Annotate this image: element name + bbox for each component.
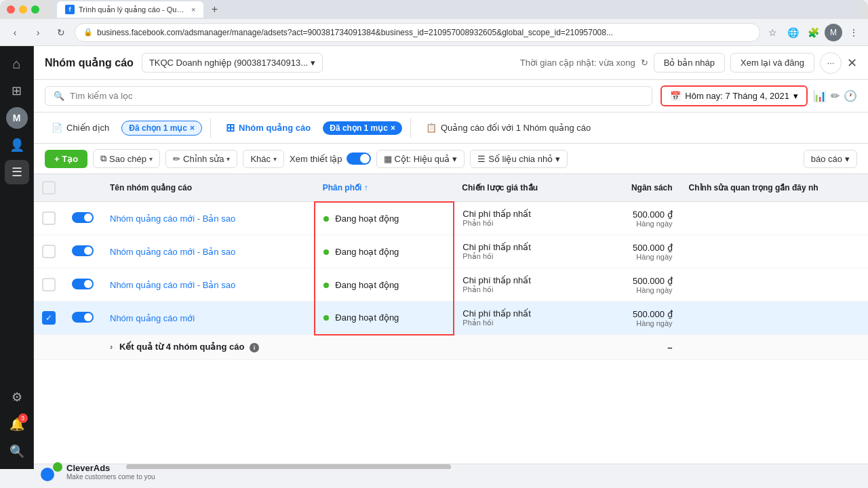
new-tab-button[interactable]: + (206, 1, 222, 18)
window-chrome: f Trình quản lý quảng cáo - Quả... × + (0, 0, 868, 19)
result-edit-cell (681, 335, 868, 360)
row3-checkbox-cell (34, 268, 64, 302)
row3-dist-cell: Đang hoạt động (315, 268, 454, 302)
ads-tab[interactable]: 📋 Quảng cáo đối với 1 Nhóm quảng cáo (419, 119, 597, 136)
result-label: Kết quả từ 4 nhóm quảng cáo (119, 342, 244, 352)
copy-icon: ⧉ (100, 153, 106, 164)
sidebar-avatar[interactable]: M (5, 106, 29, 130)
result-checkbox-cell (34, 335, 64, 360)
scroll-thumb[interactable] (126, 464, 451, 469)
row4-name-link[interactable]: Nhóm quảng cáo mới (110, 313, 195, 323)
campaign-tab[interactable]: 📄 Chiến dịch (45, 119, 116, 136)
adgroup-selected-badge[interactable]: Đã chọn 1 mục × (323, 121, 402, 135)
date-search-bar: 🔍 📅 Hôm nay: 7 Tháng 4, 2021 ▾ 📊 ✏ 🕐 (34, 80, 868, 113)
row2-strategy-cell: Chi phí thấp nhất Phản hồi (454, 235, 593, 268)
row4-status-dot (323, 315, 329, 321)
columns-button[interactable]: ▦ Cột: Hiệu quả ▾ (376, 150, 465, 168)
row1-checkbox-cell (34, 202, 64, 235)
report-button[interactable]: báo cáo ▾ (804, 150, 857, 168)
view-setup-switch[interactable] (347, 152, 371, 165)
copy-button[interactable]: ⧉ Sao chép ▾ (93, 149, 160, 168)
sidebar-bell[interactable]: 🔔 3 (5, 412, 29, 436)
th-strategy[interactable]: Chiến lược giá thầu (454, 174, 593, 202)
address-bar: ‹ › ↻ 🔒 business.facebook.com/adsmanager… (0, 19, 868, 46)
create-button[interactable]: + Tạo (45, 150, 87, 168)
browser-menu[interactable]: ⋮ (845, 24, 863, 41)
sidebar-home[interactable]: ⌂ (5, 52, 29, 76)
search-container: 🔍 (45, 86, 652, 106)
back-button[interactable]: ‹ (5, 23, 24, 42)
th-budget[interactable]: Ngân sách (593, 174, 681, 202)
ads-icon: 📋 (426, 123, 437, 133)
row2-checkbox[interactable] (42, 245, 56, 258)
url-bar[interactable]: 🔒 business.facebook.com/adsmanager/manag… (75, 23, 760, 42)
ads-label: Quảng cáo đối với 1 Nhóm quảng cáo (441, 123, 591, 133)
bookmark-icon[interactable]: ☆ (768, 27, 777, 38)
calendar-icon: 📅 (670, 91, 681, 101)
date-chevron-icon: ▾ (793, 91, 798, 101)
search-icon: 🔍 (54, 91, 64, 101)
forward-button[interactable]: › (28, 23, 47, 42)
select-all-checkbox[interactable] (42, 181, 56, 195)
maximize-button[interactable] (31, 5, 39, 14)
adgroup-tab[interactable]: ⊞ Nhóm quảng cáo (219, 118, 317, 138)
row3-name-link[interactable]: Nhóm quảng cáo mới - Bản sao (110, 280, 235, 290)
edit-icon[interactable]: ✏ (831, 89, 840, 102)
refresh-button[interactable]: ↻ (52, 23, 71, 42)
sidebar-apps[interactable]: ⊞ (5, 79, 29, 103)
row3-strategy-text: Chi phí thấp nhất (462, 275, 585, 285)
sidebar-search[interactable]: 🔍 (5, 439, 29, 464)
horizontal-scrollbar[interactable] (34, 464, 868, 469)
close-button[interactable] (7, 5, 15, 14)
row1-checkbox[interactable] (42, 211, 56, 225)
campaign-selected-badge[interactable]: Đã chọn 1 mục × (121, 121, 202, 136)
th-distribution[interactable]: Phân phối ↑ (315, 174, 454, 202)
row3-edit-cell (681, 268, 868, 302)
chart-icon[interactable]: 📊 (813, 89, 827, 102)
avatar: M (6, 107, 28, 129)
extension-avatar[interactable]: M (825, 24, 842, 41)
sidebar-list[interactable]: ☰ (5, 160, 29, 184)
filter-bar: 📄 Chiến dịch Đã chọn 1 mục × ⊞ Nhóm quản… (34, 113, 868, 144)
th-edit[interactable]: Chỉnh sửa quan trọng gần đây nh (681, 174, 868, 202)
search-input[interactable] (70, 91, 644, 101)
review-publish-button[interactable]: Xem lại và đăng (730, 53, 814, 73)
row3-toggle[interactable] (72, 279, 94, 289)
account-dropdown[interactable]: TKQC Doanh nghiệp (9003817340913... ▾ (142, 53, 323, 73)
discard-button[interactable]: Bỏ bản nháp (654, 53, 725, 73)
other-button[interactable]: Khác ▾ (243, 150, 284, 168)
row2-name-link[interactable]: Nhóm quảng cáo mới - Bản sao (110, 247, 235, 257)
close-icon[interactable]: ✕ (847, 56, 857, 70)
branding: CleverAds Make customers come to you (41, 462, 155, 481)
date-picker[interactable]: 📅 Hôm nay: 7 Tháng 4, 2021 ▾ (660, 85, 808, 106)
columns-label: Cột: Hiệu quả (395, 154, 450, 164)
minimize-button[interactable] (19, 5, 27, 14)
sidebar-people[interactable]: 👤 (5, 133, 29, 157)
more-options-button[interactable]: ··· (820, 52, 842, 74)
row3-budget-cell: 500.000 ₫ Hàng ngày (593, 268, 681, 302)
adgroup-clear-icon[interactable]: × (391, 123, 395, 133)
active-tab[interactable]: f Trình quản lý quảng cáo - Quả... × (57, 1, 203, 18)
refresh-icon[interactable]: ↻ (641, 58, 648, 68)
th-name[interactable]: Tên nhóm quảng cáo (102, 174, 315, 202)
extension-globe[interactable]: 🌐 (784, 24, 802, 41)
tab-close-icon[interactable]: × (191, 5, 195, 14)
row2-toggle[interactable] (72, 245, 94, 256)
sidebar-settings[interactable]: ⚙ (5, 385, 29, 409)
campaign-clear-icon[interactable]: × (190, 123, 195, 133)
row4-checkbox[interactable]: ✓ (42, 311, 56, 325)
row4-toggle[interactable] (72, 312, 94, 323)
breakdown-button[interactable]: ☰ Số liệu chia nhỏ ▾ (470, 150, 568, 168)
expand-icon[interactable]: › (110, 342, 113, 352)
info-icon[interactable]: i (250, 343, 259, 352)
row1-name-link[interactable]: Nhóm quảng cáo mới - Bản sao (110, 214, 235, 224)
result-dash: – (667, 342, 672, 352)
row1-toggle[interactable] (72, 212, 94, 223)
tab-title: Trình quản lý quảng cáo - Quả... (79, 5, 187, 14)
other-label: Khác (250, 154, 271, 164)
extension-puzzle[interactable]: 🧩 (804, 24, 822, 41)
edit-button[interactable]: ✏ Chỉnh sửa ▾ (165, 150, 237, 168)
notification-badge: 3 (18, 413, 28, 423)
row2-strategy-text: Chi phí thấp nhất (462, 242, 585, 252)
row3-checkbox[interactable] (42, 278, 56, 291)
